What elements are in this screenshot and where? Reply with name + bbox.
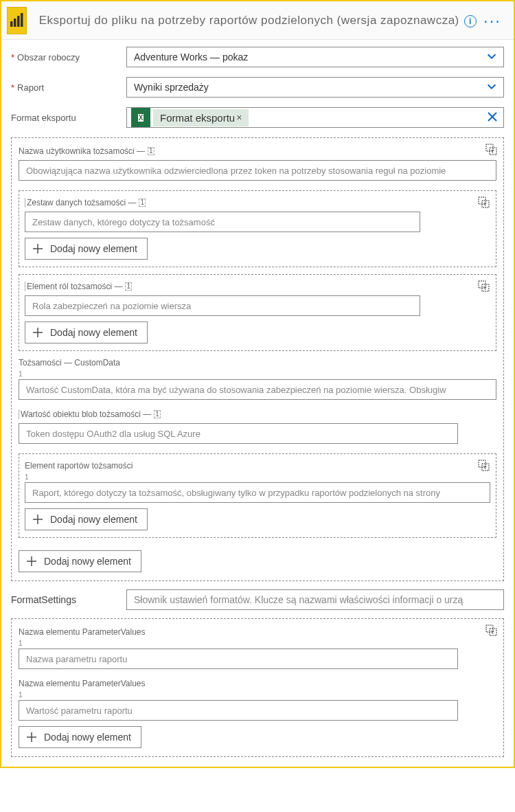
svg-text:T: T [491, 629, 494, 635]
svg-rect-0 [10, 21, 13, 27]
identity-username-label: Nazwa użytkownika tożsamości —1 [19, 146, 496, 156]
add-param-button[interactable]: Dodaj nowy element [19, 726, 141, 748]
identity-reports-group: Element raportów tożsamości T 1 Dodaj no… [19, 453, 496, 538]
identity-blob-input[interactable] [19, 423, 458, 444]
param-name-label: Nazwa elementu ParameterValues [19, 627, 496, 637]
array-toggle-icon[interactable]: T [478, 460, 490, 475]
identity-dataset-input[interactable] [25, 212, 420, 232]
add-report-button[interactable]: Dodaj nowy element [25, 508, 148, 530]
powerbi-logo-icon [7, 7, 27, 34]
identity-blob-label: Wartość obiektu blob tożsamości —1 [19, 409, 496, 419]
add-dataset-button[interactable]: Dodaj nowy element [25, 238, 148, 260]
header-bar: Eksportuj do pliku na potrzeby raportów … [1, 1, 514, 40]
param-value-label: Nazwa elementu ParameterValues [19, 679, 496, 688]
identity-reports-label: Element raportów tożsamości [25, 461, 490, 471]
workspace-select[interactable]: Adventure Works — pokaz [126, 47, 504, 67]
chip-close-icon[interactable]: × [236, 112, 242, 123]
svg-text:T: T [491, 148, 494, 155]
chevron-down-icon [485, 80, 498, 95]
workspace-label: *Obszar roboczy [11, 52, 126, 63]
identities-group: Nazwa użytkownika tożsamości —1 T Zestaw… [11, 137, 504, 581]
array-toggle-icon[interactable]: T [485, 144, 498, 159]
add-identity-button[interactable]: Dodaj nowy element [19, 550, 141, 572]
array-toggle-icon[interactable]: T [485, 624, 498, 640]
param-value-input[interactable] [19, 700, 458, 721]
excel-icon: X [131, 108, 150, 127]
parametervalues-group: Nazwa elementu ParameterValues T 1 Nazwa… [11, 618, 504, 757]
svg-rect-1 [14, 19, 16, 27]
svg-rect-3 [21, 13, 23, 27]
svg-text:T: T [483, 201, 487, 207]
svg-rect-2 [17, 16, 20, 27]
formatsettings-label: FormatSettings [11, 594, 126, 605]
add-role-button[interactable]: Dodaj nowy element [25, 322, 148, 343]
param-name-input[interactable] [19, 649, 458, 669]
export-format-select[interactable]: X Format eksportu × [126, 107, 504, 128]
svg-text:T: T [483, 285, 487, 291]
identity-roles-input[interactable] [25, 295, 420, 316]
svg-text:T: T [483, 464, 487, 471]
header-title: Eksportuj do pliku na potrzeby raportów … [39, 14, 477, 27]
identity-username-input[interactable] [19, 160, 496, 181]
chevron-down-icon [485, 50, 498, 65]
export-format-chip-label: Format eksportu [160, 112, 235, 124]
identity-dataset-label: Zestaw danych tożsamości —1 [25, 198, 490, 207]
array-toggle-icon[interactable]: T [478, 196, 490, 212]
identity-customdata-input[interactable] [19, 379, 496, 400]
workspace-value: Adventure Works — pokaz [134, 52, 248, 63]
more-menu-icon[interactable]: ··· [477, 11, 508, 30]
clear-icon[interactable] [487, 111, 498, 124]
report-label: *Raport [11, 82, 126, 93]
info-icon[interactable]: i [464, 15, 477, 27]
identity-reports-input[interactable] [25, 482, 490, 503]
array-toggle-icon[interactable]: T [478, 280, 490, 295]
identity-customdata-label: Tożsamości — CustomData [19, 358, 496, 368]
export-format-label: Format eksportu [11, 113, 126, 123]
report-value: Wyniki sprzedaży [134, 82, 209, 93]
identity-dataset-group: Zestaw danych tożsamości —1 T Dodaj nowy… [19, 190, 496, 267]
identity-roles-label: Element ról tożsamości —1 [25, 282, 490, 291]
formatsettings-input[interactable]: Słownik ustawień formatów. Klucze są naz… [126, 589, 504, 610]
report-select[interactable]: Wyniki sprzedaży [126, 77, 504, 98]
identity-roles-group: Element ról tożsamości —1 T Dodaj nowy e… [19, 274, 496, 351]
